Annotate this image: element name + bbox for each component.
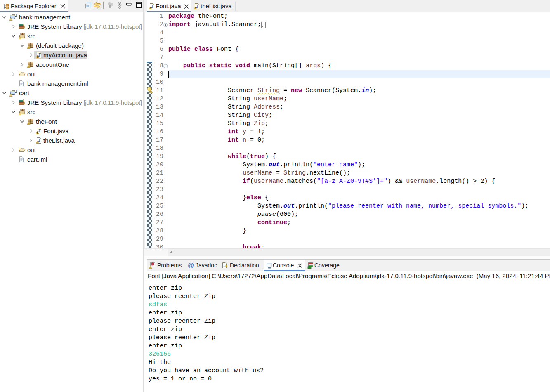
svg-text:J: J xyxy=(15,90,17,94)
svg-text:@: @ xyxy=(188,262,194,269)
svg-text:J: J xyxy=(15,14,17,18)
